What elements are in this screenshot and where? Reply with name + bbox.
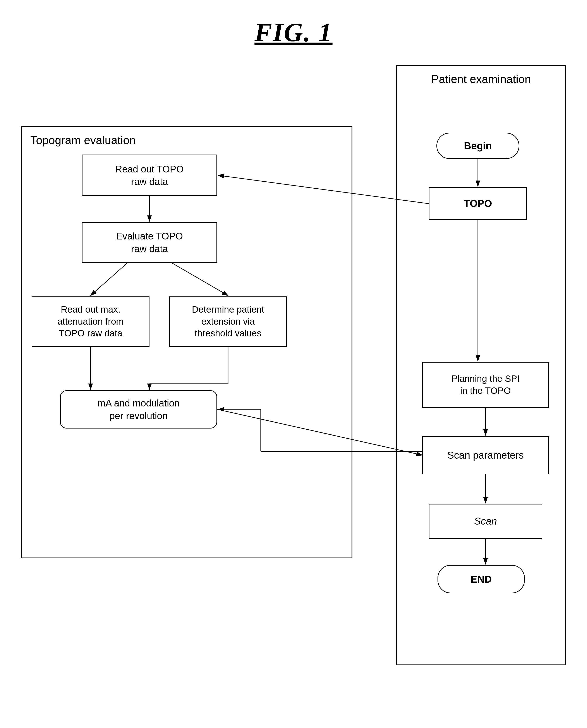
diagram-area: Patient examination Topogram evaluation …: [21, 65, 566, 698]
read-max-node: Read out max.attenuation fromTOPO raw da…: [32, 296, 149, 347]
begin-node: Begin: [437, 133, 519, 159]
ma-mod-node: mA and modulationper revolution: [60, 390, 217, 429]
scan-params-node: Scan parameters: [422, 436, 549, 474]
determine-node: Determine patientextension viathreshold …: [169, 296, 287, 347]
read-topo-node: Read out TOPOraw data: [82, 155, 217, 196]
topo-node: TOPO: [429, 187, 527, 220]
end-node: END: [438, 565, 525, 593]
eval-topo-node: Evaluate TOPOraw data: [82, 222, 217, 263]
figure-title: FIG. 1: [254, 18, 332, 48]
patient-examination-title: Patient examination: [397, 72, 565, 86]
page: FIG. 1 Patient examination Topogram eval…: [0, 0, 587, 728]
topogram-evaluation-title: Topogram evaluation: [30, 134, 136, 147]
planning-node: Planning the SPIin the TOPO: [422, 362, 549, 408]
scan-node: Scan: [429, 504, 542, 539]
